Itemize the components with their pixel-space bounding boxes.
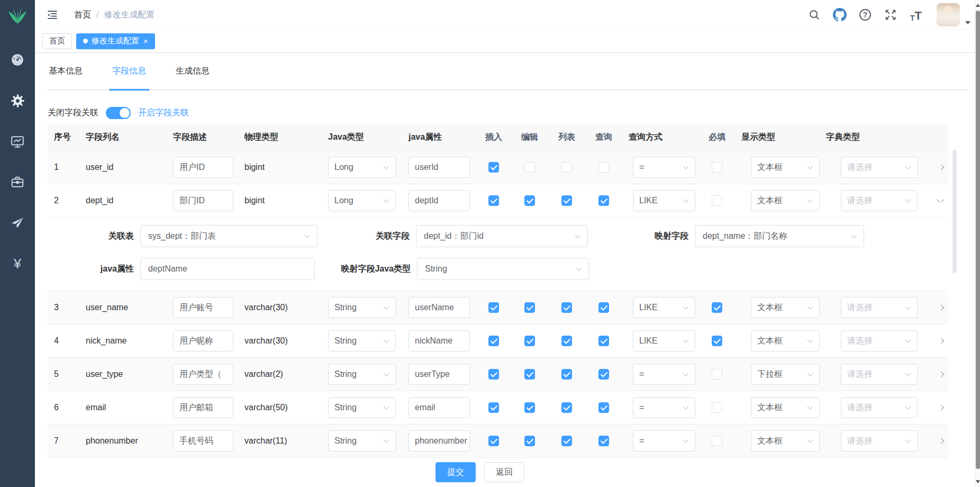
- tab-basic-info[interactable]: 基本信息: [48, 62, 84, 89]
- expand-row-button[interactable]: [937, 305, 944, 310]
- java-field-input[interactable]: nickName: [409, 330, 470, 351]
- java-type-select[interactable]: Long: [328, 157, 396, 178]
- insert-checkbox[interactable]: [488, 402, 499, 413]
- list-checkbox[interactable]: [561, 436, 572, 446]
- list-checkbox[interactable]: [561, 336, 572, 346]
- scrollbar-down-arrow[interactable]: [976, 480, 980, 483]
- list-checkbox[interactable]: [561, 195, 572, 206]
- dict-type-select[interactable]: 请选择: [841, 364, 918, 385]
- dict-type-select[interactable]: 请选择: [841, 397, 918, 418]
- query-type-select[interactable]: =: [633, 397, 695, 418]
- paper-plane-icon[interactable]: [10, 215, 25, 230]
- dict-type-select[interactable]: 请选择: [841, 297, 918, 318]
- fullscreen-icon[interactable]: [884, 8, 897, 22]
- gear-icon[interactable]: [10, 93, 25, 108]
- edit-checkbox[interactable]: [524, 336, 535, 346]
- tab-field-info[interactable]: 字段信息: [111, 62, 147, 89]
- back-button[interactable]: 返回: [484, 462, 524, 482]
- column-desc-input[interactable]: 用户账号: [173, 297, 233, 318]
- user-avatar[interactable]: [937, 3, 960, 26]
- query-checkbox[interactable]: [598, 302, 609, 313]
- rel-table-select[interactable]: sys_dept：部门表: [140, 225, 317, 247]
- insert-checkbox[interactable]: [488, 369, 499, 380]
- hamburger-fold-icon[interactable]: [47, 8, 59, 21]
- java-type-select[interactable]: String: [328, 397, 396, 418]
- dashboard-icon[interactable]: [10, 52, 25, 67]
- query-checkbox[interactable]: [598, 369, 609, 380]
- edit-checkbox[interactable]: [524, 302, 535, 313]
- html-type-select[interactable]: 文本框: [751, 430, 820, 452]
- html-type-select[interactable]: 下拉框: [751, 364, 820, 385]
- tag-current-active[interactable]: 修改生成配置 ×: [76, 33, 155, 49]
- toolbox-icon[interactable]: [10, 175, 25, 190]
- expand-row-button[interactable]: [937, 165, 944, 170]
- collapse-row-button[interactable]: [937, 199, 944, 202]
- dict-type-select[interactable]: 请选择: [841, 190, 918, 211]
- expand-row-button[interactable]: [937, 438, 944, 444]
- edit-checkbox[interactable]: [524, 162, 535, 173]
- html-type-select[interactable]: 文本框: [751, 297, 820, 318]
- dict-type-select[interactable]: 请选择: [841, 330, 918, 351]
- java-field-input[interactable]: deptId: [409, 190, 470, 211]
- list-checkbox[interactable]: [561, 162, 572, 173]
- insert-checkbox[interactable]: [488, 162, 499, 173]
- html-type-select[interactable]: 文本框: [751, 157, 820, 178]
- java-field-input[interactable]: userId: [409, 157, 470, 178]
- required-checkbox[interactable]: [712, 162, 722, 173]
- column-desc-input[interactable]: 手机号码: [173, 430, 233, 452]
- user-menu[interactable]: [937, 3, 970, 26]
- relation-toggle-switch[interactable]: [106, 107, 131, 119]
- java-type-select[interactable]: String: [328, 330, 396, 351]
- java-type-select[interactable]: String: [328, 364, 396, 385]
- edit-checkbox[interactable]: [524, 402, 535, 413]
- column-desc-input[interactable]: 用户邮箱: [173, 397, 233, 418]
- java-field-input[interactable]: phonenumber: [409, 430, 470, 452]
- insert-checkbox[interactable]: [488, 336, 499, 346]
- tag-home[interactable]: 首页: [42, 33, 72, 49]
- search-icon[interactable]: [807, 8, 821, 22]
- edit-checkbox[interactable]: [524, 195, 535, 206]
- required-checkbox[interactable]: [712, 369, 722, 380]
- map-java-type-select[interactable]: String: [417, 258, 589, 280]
- tag-close-icon[interactable]: ×: [143, 37, 148, 45]
- column-desc-input[interactable]: 用户类型（: [173, 364, 233, 385]
- insert-checkbox[interactable]: [488, 436, 499, 446]
- java-type-select[interactable]: String: [328, 297, 396, 318]
- java-type-select[interactable]: String: [328, 430, 396, 452]
- java-type-select[interactable]: Long: [328, 190, 396, 211]
- yen-icon[interactable]: ¥: [10, 256, 25, 271]
- required-checkbox[interactable]: [712, 402, 722, 413]
- edit-checkbox[interactable]: [524, 436, 535, 446]
- expand-row-button[interactable]: [937, 405, 944, 410]
- query-type-select[interactable]: LIKE: [633, 190, 695, 211]
- help-icon[interactable]: ?: [858, 8, 872, 22]
- query-checkbox[interactable]: [598, 162, 609, 173]
- list-checkbox[interactable]: [561, 369, 572, 380]
- dict-type-select[interactable]: 请选择: [841, 430, 918, 452]
- java-field-input[interactable]: userType: [409, 364, 470, 385]
- java-attr-input[interactable]: deptName: [140, 258, 315, 280]
- page-scrollbar-thumb[interactable]: [976, 11, 980, 469]
- query-checkbox[interactable]: [598, 195, 609, 206]
- list-checkbox[interactable]: [561, 402, 572, 413]
- html-type-select[interactable]: 文本框: [751, 190, 820, 211]
- query-type-select[interactable]: =: [633, 430, 695, 452]
- insert-checkbox[interactable]: [488, 195, 499, 206]
- column-desc-input[interactable]: 部门ID: [173, 190, 233, 211]
- html-type-select[interactable]: 文本框: [751, 330, 820, 351]
- java-field-input[interactable]: email: [409, 397, 470, 418]
- map-field-select[interactable]: dept_name：部门名称: [695, 225, 864, 247]
- expand-row-button[interactable]: [937, 338, 944, 344]
- plant-logo-icon[interactable]: [7, 5, 28, 26]
- breadcrumb-home[interactable]: 首页: [74, 10, 91, 21]
- rel-field-select[interactable]: dept_id：部门id: [416, 225, 588, 247]
- required-checkbox[interactable]: [712, 336, 722, 346]
- query-checkbox[interactable]: [598, 436, 609, 446]
- insert-checkbox[interactable]: [488, 302, 499, 313]
- submit-button[interactable]: 提交: [435, 462, 476, 482]
- column-desc-input[interactable]: 用户昵称: [173, 330, 233, 351]
- monitor-chart-icon[interactable]: [10, 134, 25, 149]
- required-checkbox[interactable]: [712, 436, 722, 446]
- query-checkbox[interactable]: [598, 402, 609, 413]
- scrollbar-up-arrow[interactable]: [976, 4, 980, 7]
